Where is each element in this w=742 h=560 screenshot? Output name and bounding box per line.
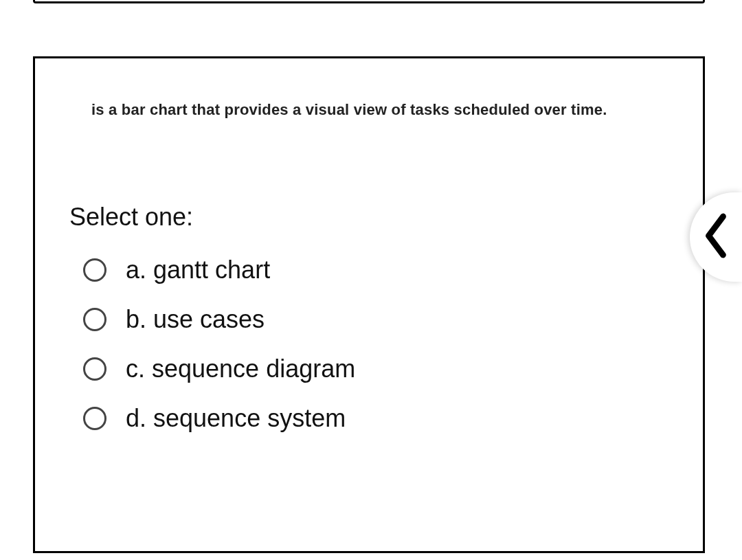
chevron-left-icon: [701, 212, 730, 262]
radio-icon: [83, 258, 106, 282]
option-label: b. use cases: [126, 305, 265, 334]
option-label: a. gantt chart: [126, 256, 270, 284]
previous-question-fragment: [33, 0, 705, 3]
option-c[interactable]: c. sequence diagram: [69, 344, 668, 394]
radio-icon: [83, 308, 106, 331]
select-prompt: Select one:: [69, 203, 668, 232]
option-label: d. sequence system: [126, 404, 346, 433]
question-card: is a bar chart that provides a visual vi…: [33, 56, 705, 553]
radio-icon: [83, 357, 106, 381]
option-a[interactable]: a. gantt chart: [69, 245, 668, 295]
radio-icon: [83, 407, 106, 430]
options-group: a. gantt chart b. use cases c. sequence …: [69, 245, 668, 443]
option-label: c. sequence diagram: [126, 355, 355, 383]
option-b[interactable]: b. use cases: [69, 295, 668, 344]
question-text: is a bar chart that provides a visual vi…: [91, 100, 614, 120]
option-d[interactable]: d. sequence system: [69, 394, 668, 443]
